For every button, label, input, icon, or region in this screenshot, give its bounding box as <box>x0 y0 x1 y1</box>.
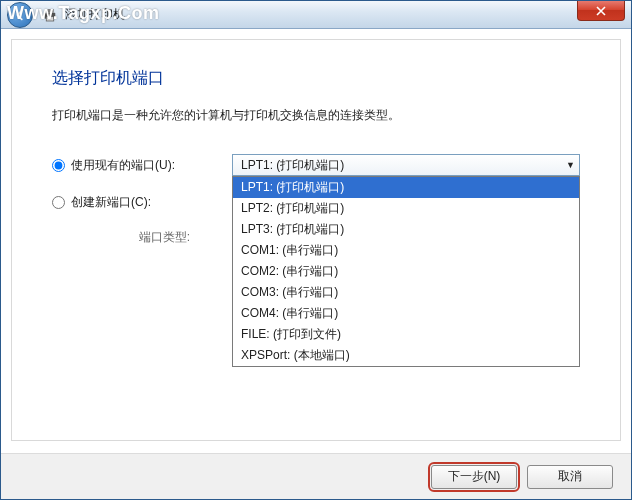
port-option[interactable]: XPSPort: (本地端口) <box>233 345 579 366</box>
wizard-body: 选择打印机端口 打印机端口是一种允许您的计算机与打印机交换信息的连接类型。 使用… <box>1 29 631 451</box>
back-button[interactable] <box>7 2 33 28</box>
close-icon <box>596 6 606 16</box>
content-panel: 选择打印机端口 打印机端口是一种允许您的计算机与打印机交换信息的连接类型。 使用… <box>11 39 621 441</box>
port-type-label: 端口类型: <box>52 229 232 246</box>
close-button[interactable] <box>577 1 625 21</box>
printer-icon <box>41 6 59 24</box>
radio-use-existing-label: 使用现有的端口(U): <box>71 157 175 174</box>
titlebar: 添加打印机 <box>1 1 631 29</box>
port-option[interactable]: COM1: (串行端口) <box>233 240 579 261</box>
port-combo-wrap: LPT1: (打印机端口) ▼ LPT1: (打印机端口)LPT2: (打印机端… <box>232 154 580 176</box>
svg-rect-1 <box>46 9 54 13</box>
radio-create-new-label: 创建新端口(C): <box>71 194 151 211</box>
window-title: 添加打印机 <box>65 6 125 23</box>
svg-rect-2 <box>46 16 54 21</box>
cancel-button[interactable]: 取消 <box>527 465 613 489</box>
radio-create-new-input[interactable] <box>52 196 65 209</box>
wizard-footer: 下一步(N) 取消 <box>1 453 631 499</box>
chevron-down-icon: ▼ <box>566 160 575 170</box>
row-use-existing: 使用现有的端口(U): LPT1: (打印机端口) ▼ LPT1: (打印机端口… <box>52 154 580 176</box>
port-option[interactable]: COM4: (串行端口) <box>233 303 579 324</box>
radio-use-existing[interactable]: 使用现有的端口(U): <box>52 157 232 174</box>
wizard-window: Www.Tagxp.Com 添加打印机 选择打印机端口 打印机端口是一种允许您的… <box>0 0 632 500</box>
port-dropdown[interactable]: LPT1: (打印机端口)LPT2: (打印机端口)LPT3: (打印机端口)C… <box>232 176 580 367</box>
arrow-left-icon <box>13 8 27 22</box>
next-button-label: 下一步(N) <box>448 468 501 485</box>
port-combo[interactable]: LPT1: (打印机端口) ▼ <box>232 154 580 176</box>
cancel-button-label: 取消 <box>558 468 582 485</box>
page-heading: 选择打印机端口 <box>52 68 580 89</box>
port-combo-value: LPT1: (打印机端口) <box>241 157 344 174</box>
page-description: 打印机端口是一种允许您的计算机与打印机交换信息的连接类型。 <box>52 107 580 124</box>
port-option[interactable]: LPT2: (打印机端口) <box>233 198 579 219</box>
next-button[interactable]: 下一步(N) <box>431 465 517 489</box>
port-option[interactable]: COM3: (串行端口) <box>233 282 579 303</box>
radio-use-existing-input[interactable] <box>52 159 65 172</box>
port-option[interactable]: COM2: (串行端口) <box>233 261 579 282</box>
port-option[interactable]: LPT1: (打印机端口) <box>233 177 579 198</box>
radio-create-new[interactable]: 创建新端口(C): <box>52 194 232 211</box>
port-option[interactable]: LPT3: (打印机端口) <box>233 219 579 240</box>
port-option[interactable]: FILE: (打印到文件) <box>233 324 579 345</box>
